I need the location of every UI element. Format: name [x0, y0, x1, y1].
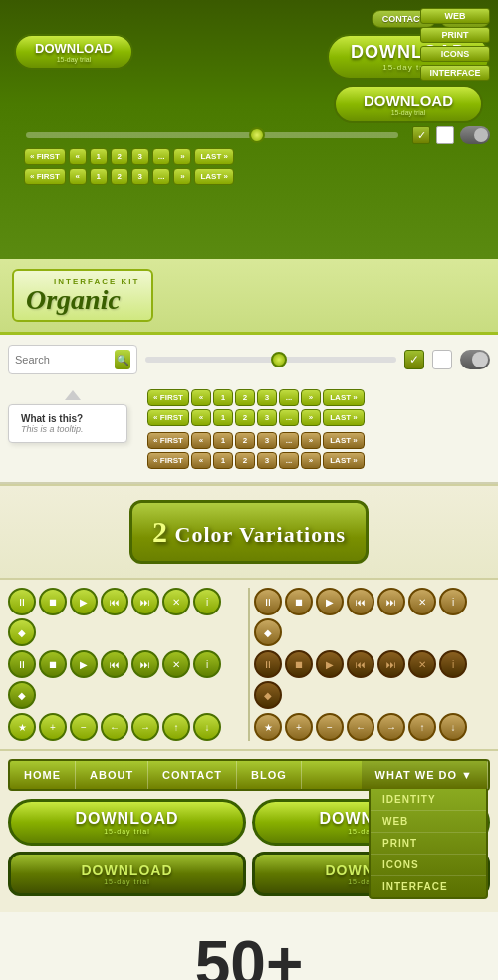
mpag-1-g2[interactable]: 1: [213, 409, 233, 426]
search-box[interactable]: 🔍: [8, 345, 137, 374]
mpag-dots-g1[interactable]: ...: [279, 389, 299, 406]
toggle-switch[interactable]: [460, 126, 490, 144]
search-icon-btn[interactable]: 🔍: [115, 350, 130, 369]
btn-prev-2[interactable]: ⏮: [101, 650, 128, 678]
mpag-1-b1[interactable]: 1: [213, 432, 233, 449]
menu-interface[interactable]: INTERFACE: [420, 65, 490, 81]
btn-minus-b[interactable]: −: [316, 713, 344, 741]
mpag-last-b2[interactable]: LAST »: [323, 452, 365, 469]
btn-next-2[interactable]: ⏭: [131, 650, 159, 678]
dropdown-identity[interactable]: IDENTITY: [371, 789, 486, 811]
nav-what-we-do[interactable]: WHAT WE DO ▼: [362, 761, 488, 789]
middle-slider[interactable]: [145, 357, 396, 363]
btn-info-2[interactable]: i: [193, 650, 221, 678]
nav-home[interactable]: HOME: [10, 761, 76, 789]
dropdown-print[interactable]: PRINT: [371, 833, 486, 855]
btn-stop[interactable]: ⏹: [39, 588, 67, 615]
toggle-switch-middle[interactable]: [460, 350, 490, 369]
pag-first-1[interactable]: « FIRST: [24, 148, 66, 165]
btn-play-b[interactable]: ▶: [316, 588, 344, 615]
mpag-first-b2[interactable]: « FIRST: [147, 452, 189, 469]
btn-left[interactable]: ←: [101, 713, 128, 741]
slider-track[interactable]: [26, 132, 398, 138]
mpag-3-g1[interactable]: 3: [257, 389, 277, 406]
mpag-dots-b1[interactable]: ...: [279, 432, 299, 449]
mpag-3-g2[interactable]: 3: [257, 409, 277, 426]
btn-plus[interactable]: +: [39, 713, 67, 741]
pag-2-1[interactable]: 2: [111, 148, 128, 165]
menu-icons[interactable]: ICONS: [420, 46, 490, 62]
mpag-next-g1[interactable]: »: [301, 389, 321, 406]
btn-prev-db[interactable]: ⏮: [347, 650, 374, 678]
btn-right-b[interactable]: →: [377, 713, 405, 741]
btn-diamond-db[interactable]: ◆: [254, 681, 282, 709]
btn-stop-2[interactable]: ⏹: [39, 650, 67, 678]
dl-nav-1[interactable]: DOWNLOAD 15-day trial: [8, 799, 246, 846]
btn-info[interactable]: i: [193, 588, 221, 615]
mpag-2-g2[interactable]: 2: [235, 409, 255, 426]
checkbox-white[interactable]: [436, 126, 454, 144]
btn-down[interactable]: ↓: [193, 713, 221, 741]
pag-3-2[interactable]: 3: [131, 168, 149, 185]
btn-close-2[interactable]: ✕: [162, 650, 190, 678]
btn-close[interactable]: ✕: [162, 588, 190, 615]
checkbox-unchecked[interactable]: [432, 350, 452, 369]
mpag-2-g1[interactable]: 2: [235, 389, 255, 406]
btn-play-2[interactable]: ▶: [70, 650, 98, 678]
dropdown-interface[interactable]: INTERFACE: [371, 876, 486, 897]
btn-diamond-2[interactable]: ◆: [8, 681, 36, 709]
mpag-prev-g1[interactable]: «: [191, 389, 211, 406]
mpag-first-g1[interactable]: « FIRST: [147, 389, 189, 406]
btn-next[interactable]: ⏭: [131, 588, 159, 615]
menu-print[interactable]: PRINT: [420, 27, 490, 43]
menu-web[interactable]: WEB: [420, 8, 490, 24]
pag-first-2[interactable]: « FIRST: [24, 168, 66, 185]
pag-last-2[interactable]: LAST »: [194, 168, 234, 185]
btn-prev-b[interactable]: ⏮: [347, 588, 374, 615]
search-input[interactable]: [15, 354, 115, 366]
pag-1-2[interactable]: 1: [90, 168, 108, 185]
mpag-1-g1[interactable]: 1: [213, 389, 233, 406]
dropdown-icons[interactable]: ICONS: [371, 855, 486, 876]
pag-3-1[interactable]: 3: [131, 148, 149, 165]
mpag-1-b2[interactable]: 1: [213, 452, 233, 469]
btn-stop-db[interactable]: ⏹: [285, 650, 313, 678]
btn-play-db[interactable]: ▶: [316, 650, 344, 678]
btn-pause[interactable]: ⏸: [8, 588, 36, 615]
nav-about[interactable]: ABOUT: [76, 761, 148, 789]
mpag-3-b1[interactable]: 3: [257, 432, 277, 449]
download-btn-small-1[interactable]: DOWNLOAD 15-day trial: [14, 34, 133, 70]
pag-2-2[interactable]: 2: [111, 168, 128, 185]
btn-pause-b[interactable]: ⏸: [254, 588, 282, 615]
btn-up-b[interactable]: ↑: [408, 713, 436, 741]
mpag-dots-b2[interactable]: ...: [279, 452, 299, 469]
btn-info-db[interactable]: i: [439, 650, 467, 678]
pag-prev-2[interactable]: «: [69, 168, 87, 185]
btn-star-b[interactable]: ★: [254, 713, 282, 741]
mpag-first-g2[interactable]: « FIRST: [147, 409, 189, 426]
mpag-prev-g2[interactable]: «: [191, 409, 211, 426]
btn-close-b[interactable]: ✕: [408, 588, 436, 615]
btn-prev[interactable]: ⏮: [101, 588, 128, 615]
pag-next-1[interactable]: »: [173, 148, 191, 165]
nav-contact[interactable]: CONTACT: [148, 761, 237, 789]
btn-info-b[interactable]: i: [439, 588, 467, 615]
mpag-2-b2[interactable]: 2: [235, 452, 255, 469]
btn-star[interactable]: ★: [8, 713, 36, 741]
btn-close-db[interactable]: ✕: [408, 650, 436, 678]
btn-minus[interactable]: −: [70, 713, 98, 741]
pag-dots-2[interactable]: ...: [152, 168, 171, 185]
mpag-dots-g2[interactable]: ...: [279, 409, 299, 426]
mpag-next-b2[interactable]: »: [301, 452, 321, 469]
btn-right[interactable]: →: [131, 713, 159, 741]
btn-diamond-b[interactable]: ◆: [254, 618, 282, 646]
nav-blog[interactable]: BLOG: [237, 761, 302, 789]
mpag-next-g2[interactable]: »: [301, 409, 321, 426]
mpag-last-g1[interactable]: LAST »: [323, 389, 365, 406]
mpag-last-b1[interactable]: LAST »: [323, 432, 365, 449]
btn-pause-db[interactable]: ⏸: [254, 650, 282, 678]
middle-slider-thumb[interactable]: [271, 352, 287, 368]
mpag-next-b1[interactable]: »: [301, 432, 321, 449]
checkbox-green-checked[interactable]: ✓: [412, 126, 430, 144]
btn-next-b[interactable]: ⏭: [377, 588, 405, 615]
